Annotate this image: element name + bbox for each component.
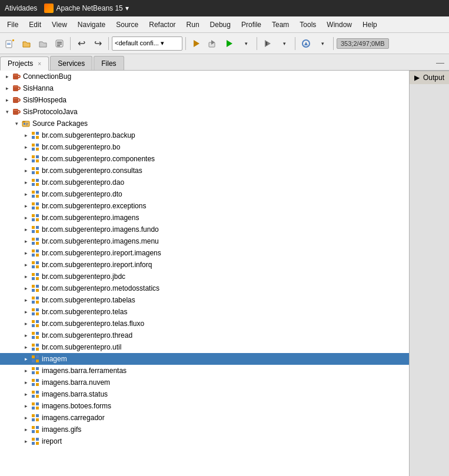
tree-item-pkg21[interactable]: ▸ imagens.barra.ferramentas (0, 365, 409, 377)
tree-item-sisl9hospeda[interactable]: ▸ Sisl9Hospeda (0, 94, 409, 106)
tree-item-pkg9[interactable]: ▸ br.com.subgerentepro.imagens.fundo (0, 224, 409, 235)
projects-panel[interactable]: ▸ ConnectionBug▸ SisHanna▸ Sisl9Hospeda▾… (0, 71, 410, 476)
menu-item-source[interactable]: Source (111, 19, 143, 31)
tree-arrow-icon[interactable]: ▸ (21, 166, 31, 175)
debug-dropdown-btn[interactable]: ▾ (277, 36, 292, 51)
tree-arrow-icon[interactable]: ▸ (21, 366, 31, 375)
tree-arrow-icon[interactable]: ▸ (21, 331, 31, 340)
tree-item-pkg14[interactable]: ▸ br.com.subgerentepro.metodosstatics (0, 282, 409, 294)
tree-arrow-icon[interactable]: ▸ (2, 84, 12, 93)
config-dropdown[interactable]: <default confi... ▾ (112, 36, 182, 51)
tree-item-pkg27[interactable]: ▸ ireport (0, 435, 409, 447)
menu-item-file[interactable]: File (2, 19, 23, 31)
tree-arrow-icon[interactable]: ▸ (21, 378, 31, 387)
tree-arrow-icon[interactable]: ▸ (21, 213, 31, 222)
tree-arrow-icon[interactable]: ▸ (21, 154, 31, 164)
tab-files[interactable]: Files (94, 56, 124, 70)
tree-item-pkg2[interactable]: ▸ br.com.subgerentepro.bo (0, 141, 409, 153)
tree-arrow-icon[interactable]: ▸ (21, 413, 31, 422)
tree-item-pkg18[interactable]: ▸ br.com.subgerentepro.thread (0, 329, 409, 341)
tree-item-sisprotocolojava[interactable]: ▾ SisProtocoloJava (0, 106, 409, 118)
run-dropdown-btn[interactable]: ▾ (238, 36, 254, 51)
clean-build-btn[interactable] (205, 36, 221, 51)
tree-arrow-icon[interactable]: ▸ (21, 390, 31, 399)
run-btn[interactable] (222, 36, 237, 51)
menu-item-window[interactable]: Window (322, 19, 357, 31)
tree-arrow-icon[interactable]: ▸ (21, 248, 31, 258)
redo-btn[interactable]: ↪ (90, 36, 105, 51)
tree-item-pkg16[interactable]: ▸ br.com.subgerentepro.telas (0, 306, 409, 318)
output-panel[interactable]: ▶ Output (410, 71, 449, 84)
menu-item-run[interactable]: Run (182, 19, 204, 31)
menu-item-tools[interactable]: Tools (295, 19, 321, 31)
tree-arrow-icon[interactable]: ▸ (21, 401, 31, 411)
debug-btn[interactable] (260, 36, 275, 51)
tree-arrow-icon[interactable]: ▸ (21, 437, 31, 446)
tree-arrow-icon[interactable]: ▸ (21, 237, 31, 246)
tree-item-pkg8[interactable]: ▸ br.com.subgerentepro.imagens (0, 212, 409, 224)
tree-arrow-icon[interactable]: ▸ (21, 201, 31, 211)
tree-item-pkg6[interactable]: ▸ br.com.subgerentepro.dto (0, 188, 409, 200)
tree-arrow-icon[interactable]: ▾ (12, 119, 21, 128)
tree-arrow-icon[interactable]: ▸ (21, 284, 31, 293)
tree-arrow-icon[interactable]: ▸ (21, 178, 31, 187)
tree-item-pkg22[interactable]: ▸ imagens.barra.nuvem (0, 377, 409, 388)
tree-item-pkg23[interactable]: ▸ imagens.barra.status (0, 388, 409, 400)
tree-item-pkg10[interactable]: ▸ br.com.subgerentepro.imagens.menu (0, 235, 409, 247)
tree-arrow-icon[interactable]: ▸ (21, 307, 31, 317)
new-project-btn[interactable] (2, 36, 18, 51)
tree-arrow-icon[interactable]: ▸ (21, 354, 31, 364)
tree-arrow-icon[interactable]: ▸ (2, 95, 12, 105)
menu-item-edit[interactable]: Edit (24, 19, 46, 31)
menu-item-help[interactable]: Help (358, 19, 382, 31)
tree-item-sourcepackages[interactable]: ▾ Source Packages (0, 118, 409, 129)
menu-item-navigate[interactable]: Navigate (73, 19, 110, 31)
menu-item-debug[interactable]: Debug (205, 19, 235, 31)
tree-item-pkg25[interactable]: ▸ imagens.carregador (0, 412, 409, 424)
tree-item-pkg4[interactable]: ▸ br.com.subgerentepro.consultas (0, 165, 409, 177)
tree-arrow-icon[interactable]: ▸ (21, 260, 31, 269)
tab-services[interactable]: Services (50, 56, 92, 70)
app-dropdown-arrow[interactable]: ▾ (125, 4, 129, 12)
tree-item-pkg20[interactable]: ▸ imagem (0, 353, 409, 365)
tree-arrow-icon[interactable]: ▸ (21, 319, 31, 328)
menu-item-team[interactable]: Team (267, 19, 294, 31)
menu-item-profile[interactable]: Profile (237, 19, 266, 31)
tab-close-icon[interactable]: × (38, 61, 41, 67)
tree-arrow-icon[interactable]: ▸ (2, 72, 12, 81)
tree-arrow-icon[interactable]: ▾ (2, 107, 12, 116)
tree-item-pkg11[interactable]: ▸ br.com.subgerentepro.ireport.imagens (0, 247, 409, 259)
menu-item-view[interactable]: View (47, 19, 72, 31)
menu-item-refactor[interactable]: Refactor (144, 19, 180, 31)
build-btn[interactable] (189, 36, 204, 51)
tree-item-pkg13[interactable]: ▸ br.com.subgerentepro.jbdc (0, 271, 409, 282)
tree-arrow-icon[interactable]: ▸ (21, 272, 31, 281)
tree-item-pkg7[interactable]: ▸ br.com.subgerentepro.exceptions (0, 200, 409, 212)
tree-arrow-icon[interactable]: ▸ (21, 425, 31, 434)
tree-item-pkg24[interactable]: ▸ imagens.botoes.forms (0, 400, 409, 412)
tree-arrow-icon[interactable]: ▸ (21, 189, 31, 199)
tree-arrow-icon[interactable]: ▸ (21, 342, 31, 352)
tree-item-pkg15[interactable]: ▸ br.com.subgerentepro.tabelas (0, 294, 409, 306)
tree-item-sishanna[interactable]: ▸ SisHanna (0, 82, 409, 94)
tree-item-connectionbug[interactable]: ▸ ConnectionBug (0, 71, 409, 82)
project-properties-btn[interactable] (52, 36, 67, 51)
tree-arrow-icon[interactable]: ▸ (21, 225, 31, 234)
profile-btn[interactable] (298, 36, 314, 51)
tab-projects[interactable]: Projects× (0, 56, 49, 71)
tree-arrow-icon[interactable]: ▸ (21, 131, 31, 140)
close-project-btn[interactable] (35, 36, 51, 51)
tree-item-pkg12[interactable]: ▸ br.com.subgerentepro.ireport.inforq (0, 259, 409, 271)
tree-item-pkg17[interactable]: ▸ br.com.subgerentepro.telas.fluxo (0, 318, 409, 329)
tree-item-pkg1[interactable]: ▸ br.com.subgerentepro.backup (0, 129, 409, 141)
tree-item-pkg26[interactable]: ▸ imagens.gifs (0, 424, 409, 435)
tree-item-pkg5[interactable]: ▸ br.com.subgerentepro.dao (0, 177, 409, 188)
tree-arrow-icon[interactable]: ▸ (21, 295, 31, 305)
undo-btn[interactable]: ↩ (74, 36, 89, 51)
tree-item-pkg19[interactable]: ▸ br.com.subgerentepro.util (0, 341, 409, 353)
panel-minimize[interactable]: — (431, 54, 449, 70)
tree-item-pkg3[interactable]: ▸ br.com.subgerentepro.componentes (0, 153, 409, 165)
profile-dropdown-btn[interactable]: ▾ (315, 36, 330, 51)
tree-arrow-icon[interactable]: ▸ (21, 142, 31, 152)
open-project-btn[interactable] (19, 36, 34, 51)
